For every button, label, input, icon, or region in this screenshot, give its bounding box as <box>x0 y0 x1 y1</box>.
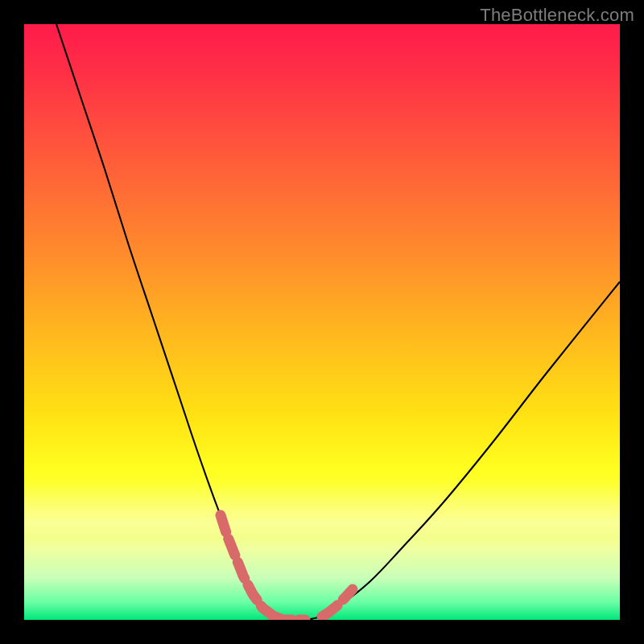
bottleneck-curve <box>56 24 620 620</box>
chart-frame: TheBottleneck.com <box>0 0 644 644</box>
red-marker-right <box>322 589 353 617</box>
red-marker-left <box>221 515 273 616</box>
watermark-text: TheBottleneck.com <box>480 5 634 26</box>
red-marker-bottom <box>273 616 305 620</box>
curve-layer <box>24 24 620 620</box>
plot-area <box>24 24 620 620</box>
